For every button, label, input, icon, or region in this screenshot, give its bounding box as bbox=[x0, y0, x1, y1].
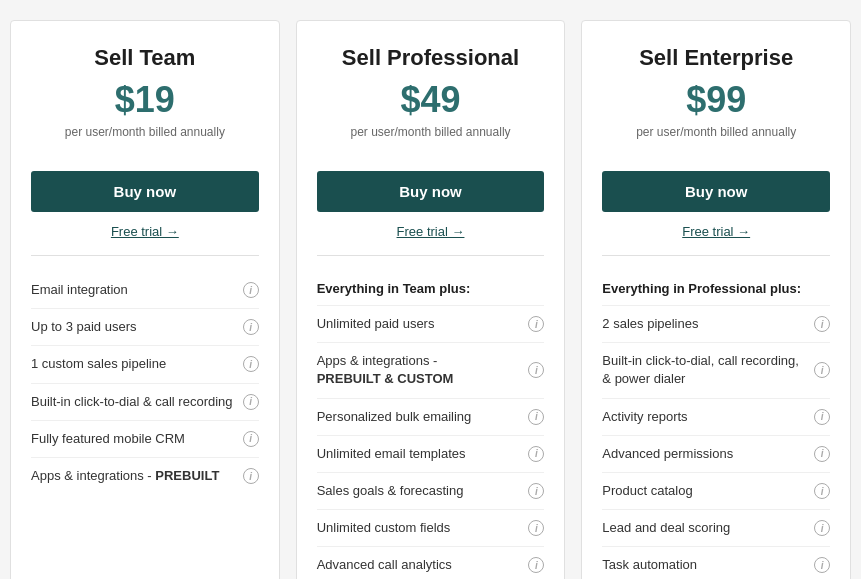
feature-text: Built-in click-to-dial, call recording, … bbox=[602, 352, 814, 388]
feature-text: Product catalog bbox=[602, 482, 814, 500]
feature-text: Advanced call analytics bbox=[317, 556, 529, 574]
features-list-enterprise: Everything in Professional plus:2 sales … bbox=[602, 272, 830, 579]
list-item: Activity reportsi bbox=[602, 399, 830, 436]
plan-period-professional: per user/month billed annually bbox=[317, 125, 545, 139]
plan-card-team: Sell Team$19per user/month billed annual… bbox=[10, 20, 280, 579]
list-item: Apps & integrations -PREBUILT & CUSTOMi bbox=[317, 343, 545, 398]
plan-card-professional: Sell Professional$49per user/month bille… bbox=[296, 20, 566, 579]
pricing-container: Sell Team$19per user/month billed annual… bbox=[10, 20, 851, 579]
info-icon[interactable]: i bbox=[528, 316, 544, 332]
list-item: Unlimited custom fieldsi bbox=[317, 510, 545, 547]
list-item: 1 custom sales pipelinei bbox=[31, 346, 259, 383]
list-item: Email integrationi bbox=[31, 272, 259, 309]
plan-header-enterprise: Sell Enterprise$99per user/month billed … bbox=[602, 45, 830, 155]
list-item: Lead and deal scoringi bbox=[602, 510, 830, 547]
feature-text: Fully featured mobile CRM bbox=[31, 430, 243, 448]
info-icon[interactable]: i bbox=[814, 409, 830, 425]
list-item: Built-in click-to-dial & call recordingi bbox=[31, 384, 259, 421]
feature-text: Unlimited email templates bbox=[317, 445, 529, 463]
list-item: Sales goals & forecastingi bbox=[317, 473, 545, 510]
info-icon[interactable]: i bbox=[243, 319, 259, 335]
plan-header-professional: Sell Professional$49per user/month bille… bbox=[317, 45, 545, 155]
info-icon[interactable]: i bbox=[243, 431, 259, 447]
feature-text: Lead and deal scoring bbox=[602, 519, 814, 537]
info-icon[interactable]: i bbox=[814, 557, 830, 573]
info-icon[interactable]: i bbox=[814, 520, 830, 536]
plan-price-team: $19 bbox=[31, 79, 259, 121]
feature-text: Apps & integrations - PREBUILT bbox=[31, 467, 243, 485]
info-icon[interactable]: i bbox=[528, 409, 544, 425]
info-icon[interactable]: i bbox=[528, 520, 544, 536]
plan-name-enterprise: Sell Enterprise bbox=[602, 45, 830, 71]
list-item: 2 sales pipelinesi bbox=[602, 306, 830, 343]
feature-text: Email integration bbox=[31, 281, 243, 299]
info-icon[interactable]: i bbox=[814, 316, 830, 332]
plan-header-team: Sell Team$19per user/month billed annual… bbox=[31, 45, 259, 155]
list-item: Apps & integrations - PREBUILTi bbox=[31, 458, 259, 494]
feature-text: Personalized bulk emailing bbox=[317, 408, 529, 426]
features-list-team: Email integrationiUp to 3 paid usersi1 c… bbox=[31, 272, 259, 579]
plan-name-team: Sell Team bbox=[31, 45, 259, 71]
info-icon[interactable]: i bbox=[528, 483, 544, 499]
list-item: Unlimited email templatesi bbox=[317, 436, 545, 473]
info-icon[interactable]: i bbox=[814, 483, 830, 499]
info-icon[interactable]: i bbox=[243, 356, 259, 372]
list-item: Fully featured mobile CRMi bbox=[31, 421, 259, 458]
plan-card-enterprise: Sell Enterprise$99per user/month billed … bbox=[581, 20, 851, 579]
feature-text: Up to 3 paid users bbox=[31, 318, 243, 336]
list-item: Product catalogi bbox=[602, 473, 830, 510]
free-trial-link-professional[interactable]: Free trial → bbox=[317, 224, 545, 256]
list-item: Built-in click-to-dial, call recording, … bbox=[602, 343, 830, 398]
feature-text: Apps & integrations -PREBUILT & CUSTOM bbox=[317, 352, 529, 388]
feature-text: Built-in click-to-dial & call recording bbox=[31, 393, 243, 411]
info-icon[interactable]: i bbox=[243, 282, 259, 298]
feature-text: 1 custom sales pipeline bbox=[31, 355, 243, 373]
plan-name-professional: Sell Professional bbox=[317, 45, 545, 71]
feature-text: Advanced permissions bbox=[602, 445, 814, 463]
list-item: Unlimited paid usersi bbox=[317, 306, 545, 343]
features-list-professional: Everything in Team plus:Unlimited paid u… bbox=[317, 272, 545, 579]
free-trial-link-enterprise[interactable]: Free trial → bbox=[602, 224, 830, 256]
everything-plus-professional: Everything in Team plus: bbox=[317, 272, 545, 306]
feature-text: Activity reports bbox=[602, 408, 814, 426]
info-icon[interactable]: i bbox=[528, 362, 544, 378]
buy-button-team[interactable]: Buy now bbox=[31, 171, 259, 212]
plan-period-enterprise: per user/month billed annually bbox=[602, 125, 830, 139]
feature-text: Sales goals & forecasting bbox=[317, 482, 529, 500]
list-item: Advanced call analyticsi bbox=[317, 547, 545, 579]
everything-plus-enterprise: Everything in Professional plus: bbox=[602, 272, 830, 306]
feature-text: Unlimited custom fields bbox=[317, 519, 529, 537]
feature-text: Task automation bbox=[602, 556, 814, 574]
list-item: Advanced permissionsi bbox=[602, 436, 830, 473]
buy-button-enterprise[interactable]: Buy now bbox=[602, 171, 830, 212]
info-icon[interactable]: i bbox=[243, 394, 259, 410]
list-item: Up to 3 paid usersi bbox=[31, 309, 259, 346]
info-icon[interactable]: i bbox=[814, 446, 830, 462]
info-icon[interactable]: i bbox=[528, 446, 544, 462]
feature-text: 2 sales pipelines bbox=[602, 315, 814, 333]
list-item: Personalized bulk emailingi bbox=[317, 399, 545, 436]
info-icon[interactable]: i bbox=[814, 362, 830, 378]
plan-price-enterprise: $99 bbox=[602, 79, 830, 121]
list-item: Task automationi bbox=[602, 547, 830, 579]
plan-period-team: per user/month billed annually bbox=[31, 125, 259, 139]
feature-text: Unlimited paid users bbox=[317, 315, 529, 333]
plan-price-professional: $49 bbox=[317, 79, 545, 121]
free-trial-link-team[interactable]: Free trial → bbox=[31, 224, 259, 256]
info-icon[interactable]: i bbox=[528, 557, 544, 573]
info-icon[interactable]: i bbox=[243, 468, 259, 484]
buy-button-professional[interactable]: Buy now bbox=[317, 171, 545, 212]
